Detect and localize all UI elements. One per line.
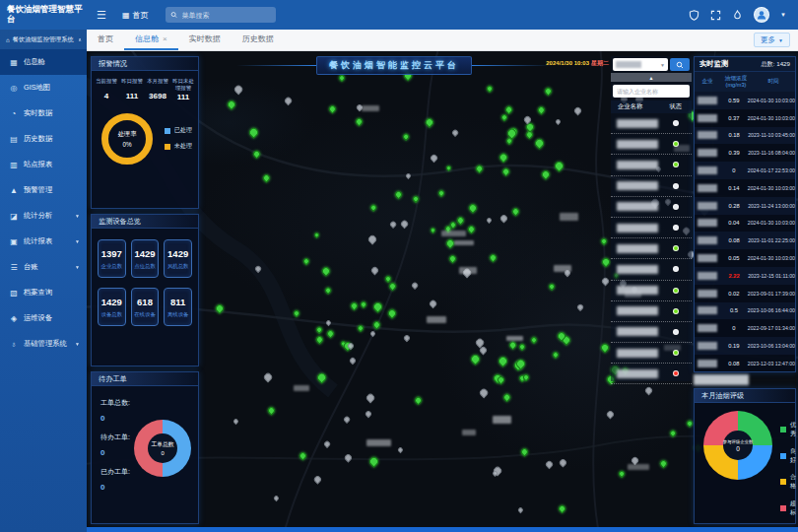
col-concentration: 油烟浓度 (mg/m3) — [720, 75, 752, 89]
tab[interactable]: 信息舱 × — [124, 30, 178, 50]
sidebar-item-icon: ◈ — [9, 314, 19, 323]
company-name-input[interactable] — [613, 85, 690, 98]
workorder-stat: 待办工单: 0 — [100, 432, 130, 457]
sidebar-item-base-system[interactable]: ♁ 基础管理系统 ▼ — [0, 331, 87, 357]
realtime-row[interactable]: 2.22 2023-12-15 01:11:00 — [695, 267, 795, 285]
sidebar-item-archive-query[interactable]: ▧ 档案查询 ▼ — [0, 280, 87, 305]
company-row[interactable] — [611, 281, 692, 301]
realtime-row[interactable]: 0.08 2023-11-01 22:25:00 — [695, 232, 795, 249]
tab[interactable]: 历史数据 × — [232, 30, 285, 50]
company-search-button[interactable] — [670, 58, 690, 71]
company-rows — [611, 113, 692, 384]
reading-time: 2023-11-01 22:25:00 — [748, 237, 795, 243]
chevron-down-icon[interactable]: ▼ — [780, 12, 786, 18]
blurred-company-name — [617, 306, 658, 315]
realtime-row[interactable]: 0.08 2023-12-03 12:47:00 — [695, 355, 795, 372]
device-stat-card: 1397 企业总数 — [98, 239, 126, 278]
legend-label: 良好 — [790, 447, 796, 465]
rating-panel-title: 本月油烟评级 — [695, 389, 795, 403]
company-row[interactable] — [611, 343, 692, 364]
shield-icon[interactable] — [689, 10, 699, 21]
flame-icon[interactable] — [732, 10, 743, 21]
sidebar-item-site-report[interactable]: ▥ 站点报表 ▼ — [0, 152, 87, 177]
sidebar-item-stat-report[interactable]: ▣ 统计报表 ▼ — [0, 229, 87, 254]
legend-swatch — [780, 427, 786, 432]
close-icon[interactable]: × — [163, 34, 167, 43]
sidebar-item-gis-map[interactable]: ◎ GIS地图 ▼ — [0, 75, 87, 100]
sidebar-item-stat-analysis[interactable]: ◪ 统计分析 ▼ — [0, 203, 87, 229]
company-row[interactable] — [611, 176, 692, 197]
realtime-row[interactable]: 0.39 2023-11-16 08:04:00 — [695, 144, 795, 162]
alarm-panel: 报警情况 当前报警 4 昨日报警 111 本月报警 3698 昨日未处理报警 1… — [91, 56, 199, 209]
sidebar-item-cockpit[interactable]: ▦ 信息舱 ▼ — [0, 49, 87, 75]
blurred-company-name — [698, 114, 717, 122]
menu-search-input[interactable] — [182, 12, 272, 19]
fullscreen-icon[interactable] — [710, 10, 721, 21]
realtime-row[interactable]: 0 2022-09-17 01:34:00 — [695, 319, 795, 337]
company-row[interactable] — [611, 155, 692, 175]
breadcrumb[interactable]: ▦ 首页 — [122, 10, 149, 21]
blurred-company-name — [617, 161, 658, 169]
blurred-map-label — [294, 385, 309, 391]
company-row[interactable] — [611, 113, 692, 134]
company-row[interactable] — [611, 197, 692, 218]
avatar[interactable] — [754, 7, 769, 23]
menu-toggle-icon[interactable]: ☰ — [97, 9, 106, 22]
realtime-row[interactable]: 0.59 2024-01-30 10:03:00 — [695, 92, 795, 109]
more-button[interactable]: 更多 ▼ — [754, 33, 790, 47]
reading-time: 2023-11-10 03:45:00 — [748, 132, 795, 138]
realtime-row[interactable]: 0.14 2024-01-30 10:03:00 — [695, 179, 795, 197]
realtime-row[interactable]: 0.37 2024-01-30 10:03:00 — [695, 109, 795, 127]
concentration-value: 0.39 — [720, 150, 748, 156]
sidebar-item-warning-mgmt[interactable]: ▲ 预警管理 ▼ — [0, 177, 87, 203]
status-dot — [673, 204, 679, 210]
alarm-stat-label: 昨日报警 — [119, 78, 145, 91]
concentration-value: 0.08 — [720, 237, 748, 243]
concentration-value: 0.37 — [720, 115, 748, 121]
company-row[interactable] — [611, 322, 692, 343]
company-row[interactable] — [611, 134, 692, 155]
sidebar-item-ops-device[interactable]: ◈ 运维设备 ▼ — [0, 305, 87, 331]
home-icon: ⌂ — [6, 36, 10, 43]
sidebar-item-realtime-data[interactable]: ◔ 实时数据 ▼ — [0, 100, 87, 126]
blurred-map-label — [454, 240, 474, 245]
blurred-company-name — [698, 360, 717, 367]
blurred-company-name — [698, 236, 717, 244]
sidebar-item-icon: ▣ — [9, 237, 19, 246]
alarm-stat-value: 3698 — [145, 92, 170, 100]
device-stat-label: 在线设备 — [132, 311, 159, 318]
realtime-row[interactable]: 0.19 2023-10-06 13:04:00 — [695, 337, 795, 355]
blurred-company-name — [617, 265, 658, 274]
legend-item: 良好 — [780, 447, 796, 465]
realtime-row[interactable]: 0.04 2024-01-30 10:03:00 — [695, 215, 795, 233]
collapse-toggle[interactable]: ▲ — [611, 73, 692, 82]
company-filter-select[interactable]: ▼ — [613, 58, 668, 71]
company-row[interactable] — [611, 238, 692, 259]
realtime-row[interactable]: 0 2024-01-17 22:53:00 — [695, 162, 795, 179]
sidebar-item-label: 实时数据 — [24, 108, 52, 118]
tab[interactable]: 首页 × — [87, 30, 124, 50]
sidebar: ⌂ 餐饮油烟监控管理系统 ∧ ▦ 信息舱 ▼ ◎ GIS地图 ▼ ◔ 实时数据 … — [0, 30, 87, 532]
tab[interactable]: 实时数据 × — [178, 30, 232, 50]
blurred-company-name — [617, 119, 658, 128]
company-row[interactable] — [611, 364, 692, 384]
sidebar-system-group[interactable]: ⌂ 餐饮油烟监控管理系统 ∧ — [0, 30, 87, 49]
blurred-map-label — [554, 265, 570, 272]
company-row[interactable] — [611, 218, 692, 238]
chevron-down-icon: ▼ — [660, 62, 665, 68]
company-row[interactable] — [611, 301, 692, 322]
realtime-row[interactable]: 0.02 2023-09-01 17:39:00 — [695, 285, 795, 302]
realtime-row[interactable]: 0.05 2024-01-30 10:03:00 — [695, 249, 795, 267]
reading-time: 2023-12-15 01:11:00 — [748, 273, 795, 279]
blurred-company-name — [698, 166, 717, 174]
realtime-row[interactable]: 0.18 2023-11-10 03:45:00 — [695, 127, 795, 145]
rating-panel: 本月油烟评级 参与评级企业数 0 优秀 良好 合格 超标 — [694, 388, 796, 524]
realtime-row[interactable]: 0.28 2023-11-24 13:00:00 — [695, 197, 795, 215]
legend-label: 合格 — [790, 473, 796, 491]
realtime-row[interactable]: 0.5 2023-10-06 16:44:00 — [695, 302, 795, 320]
company-row[interactable] — [611, 259, 692, 280]
workorder-stat-value: 0 — [100, 483, 130, 492]
sidebar-item-ledger[interactable]: ☰ 台账 ▼ — [0, 254, 87, 280]
sidebar-item-history-data[interactable]: ▤ 历史数据 ▼ — [0, 126, 87, 152]
blurred-company-name — [617, 224, 658, 233]
